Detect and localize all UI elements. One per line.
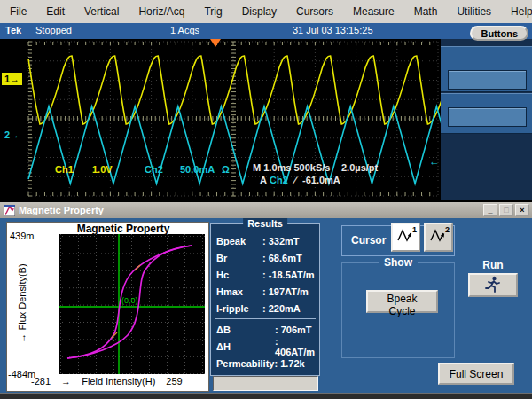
- ch2-scale-readout: 50.0mA: [180, 164, 215, 175]
- trigger-source-readout: Ch2: [270, 175, 288, 185]
- menu-measure[interactable]: Measure: [343, 3, 404, 20]
- window-title: Magnetic Property: [19, 205, 104, 215]
- waveform-display: 1→ 2→ ← Ch1 1.0V Ch2 50.0mA Ω M 1.0ms 50…: [0, 39, 441, 200]
- tek-logo: Tek: [5, 25, 21, 35]
- status-bar: Tek Stopped 1 Acqs 31 Jul 03 13:15:25: [0, 23, 532, 39]
- x-max-label: 259: [166, 376, 182, 387]
- y-max-label: 439m: [10, 231, 35, 241]
- menu-horiz-acq[interactable]: Horiz/Acq: [129, 3, 194, 20]
- plot-title: Magnetic Property: [39, 223, 207, 235]
- ch2-coupling-readout: Ω: [222, 164, 230, 175]
- app-icon: [4, 205, 15, 216]
- acquisition-status: Stopped: [35, 25, 72, 35]
- minimize-button[interactable]: _: [483, 204, 497, 216]
- menu-math[interactable]: Math: [404, 3, 448, 20]
- trigger-slope-icon: ∕: [294, 175, 296, 185]
- hysteresis-plot-panel: Magnetic Property 439m -484m → Flux Dens…: [6, 222, 209, 392]
- side-panel-section-2: [441, 93, 532, 134]
- x-axis-labels: -281 → Field Intensity(H) 259: [7, 376, 207, 387]
- bottom-strip: [0, 393, 532, 399]
- menu-file[interactable]: File: [0, 3, 36, 20]
- results-divider: [215, 318, 316, 319]
- cursor1-button[interactable]: 1: [391, 223, 420, 252]
- result-row-delta-h: ΔH: 406AT/m: [211, 338, 319, 355]
- show-label: Show: [379, 256, 418, 269]
- cursor1-number: 1: [412, 225, 417, 234]
- restore-button[interactable]: □: [499, 204, 513, 216]
- running-man-icon: [483, 276, 503, 293]
- results-panel: Results Bpeak: 332mT Br: 68.6mT Hc: -18.…: [210, 223, 320, 376]
- trigger-position-marker: [210, 39, 221, 47]
- window-body: Magnetic Property 439m -484m → Flux Dens…: [0, 218, 532, 393]
- window-titlebar: Magnetic Property _ □ ×: [0, 202, 532, 218]
- menu-utilities[interactable]: Utilities: [447, 3, 501, 20]
- menu-bar: File Edit Vertical Horiz/Acq Trig Displa…: [0, 0, 532, 24]
- ch1-scale-readout: 1.0V: [92, 164, 113, 175]
- menu-cursors[interactable]: Cursors: [286, 3, 343, 20]
- buttons-button[interactable]: Buttons: [470, 26, 528, 41]
- cursor-label: Cursor: [351, 234, 386, 246]
- side-panel: [441, 39, 532, 200]
- result-row-bpeak: Bpeak: 332mT: [211, 232, 319, 249]
- cursor2-button[interactable]: 2: [424, 223, 453, 252]
- hysteresis-plot: (0,0): [59, 234, 205, 374]
- x-axis-label: Field Intensity(H): [82, 376, 155, 387]
- status-blank-field: [213, 376, 318, 391]
- run-button[interactable]: [468, 273, 518, 297]
- origin-label: (0,0): [121, 296, 138, 305]
- ch2-ground-marker[interactable]: 2→: [4, 129, 20, 140]
- x-axis-arrow-icon: →: [61, 376, 71, 387]
- side-readout-field-1: [448, 70, 527, 90]
- ch2-readout-label: Ch2: [145, 164, 163, 175]
- menu-trig[interactable]: Trig: [194, 3, 231, 20]
- acquisition-count: 1 Acqs: [170, 25, 200, 35]
- cursor2-number: 2: [445, 225, 450, 234]
- trigger-level-readout: -61.0mA: [302, 175, 340, 185]
- result-row-iripple: I-ripple: 220mA: [211, 300, 319, 317]
- result-row-br: Br: 68.6mT: [211, 249, 319, 266]
- datetime: 31 Jul 03 13:15:25: [293, 25, 373, 35]
- result-row-hmax: Hmax: 197AT/m: [211, 283, 319, 300]
- menu-edit[interactable]: Edit: [36, 3, 74, 20]
- menu-display[interactable]: Display: [232, 3, 286, 20]
- bpeak-cycle-button[interactable]: Bpeak Cycle: [366, 290, 438, 313]
- trigger-mode-readout: A: [260, 175, 267, 185]
- screen: File Edit Vertical Horiz/Acq Trig Displa…: [0, 0, 532, 399]
- results-title: Results: [243, 218, 287, 229]
- run-label: Run: [468, 259, 518, 271]
- show-group: Show Bpeak Cycle: [341, 262, 455, 358]
- resolution-readout: 2.0µs/pt: [341, 162, 378, 173]
- menu-help[interactable]: Help: [501, 3, 532, 20]
- result-row-hc: Hc: -18.5AT/m: [211, 266, 319, 283]
- result-row-permeability: Permeability: 1.72k: [211, 355, 319, 372]
- x-min-label: -281: [31, 376, 51, 387]
- ch1-readout-label: Ch1: [55, 164, 74, 175]
- menu-vertical[interactable]: Vertical: [74, 3, 129, 20]
- trigger-level-arrow[interactable]: ←: [429, 155, 440, 168]
- graticule-and-traces: [0, 39, 441, 200]
- close-button[interactable]: ×: [515, 204, 529, 216]
- timebase-readout: M 1.0ms 500kS/s: [253, 162, 330, 173]
- ch1-ground-marker[interactable]: 1→: [2, 73, 22, 85]
- magnetic-property-window: Magnetic Property _ □ × Magnetic Propert…: [0, 202, 532, 393]
- cursor-group: Cursor 1 2: [341, 225, 455, 256]
- side-panel-section-1: [441, 46, 532, 92]
- full-screen-button[interactable]: Full Screen: [438, 363, 514, 385]
- side-readout-field-2: [448, 107, 527, 127]
- y-axis-label: → Flux Density(B): [17, 241, 29, 365]
